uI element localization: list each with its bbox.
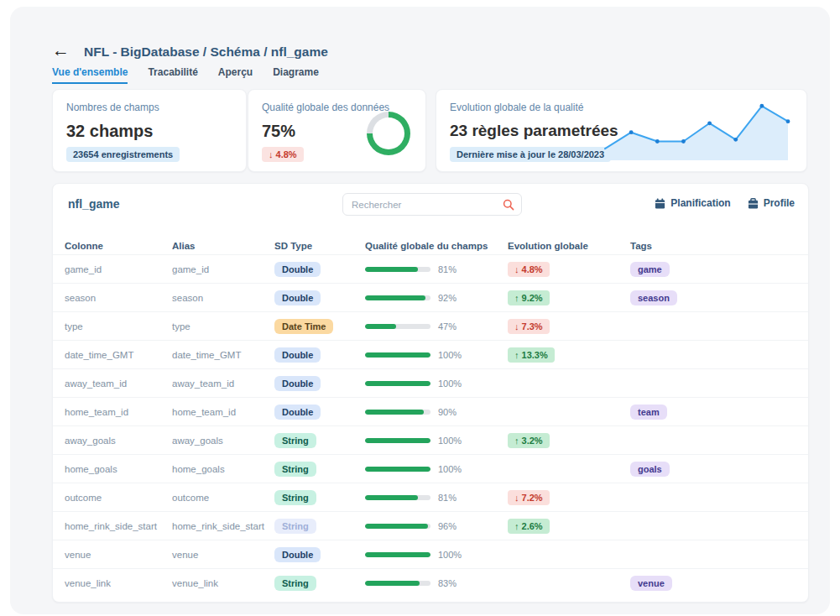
table-body: game_id game_id Double 81% ↓ 4.8% game s…	[53, 254, 808, 597]
cell-quality: 96%	[365, 521, 508, 531]
cell-colonne: away_goals	[65, 436, 172, 446]
progress-fill	[365, 324, 396, 329]
tab-apercu[interactable]: Aperçu	[218, 66, 253, 84]
progress-bar	[365, 410, 430, 415]
cell-alias: away_team_id	[172, 378, 274, 389]
cell-alias: away_goals	[172, 436, 274, 446]
search-icon[interactable]	[503, 199, 514, 211]
sd-type-badge: Date Time	[274, 319, 333, 334]
progress-value: 100%	[438, 436, 462, 446]
table-row[interactable]: away_goals away_goals String 100% ↑ 3.2%	[53, 425, 808, 454]
table-row[interactable]: venue_link venue_link String 83% venue	[53, 568, 808, 597]
cell-alias: game_id	[172, 264, 274, 274]
table-row[interactable]: outcome outcome String 81% ↓ 7.2%	[53, 483, 808, 511]
back-icon[interactable]: ←	[52, 40, 70, 60]
progress-value: 96%	[438, 521, 457, 531]
tab-vue-densemble[interactable]: Vue d'ensemble	[52, 66, 128, 84]
evolution-badge: ↑ 3.2%	[508, 433, 550, 448]
col-header-sd-type: SD Type	[274, 241, 365, 251]
rules-count-value: 23 règles parametrées	[450, 122, 618, 140]
progress-fill	[365, 410, 424, 415]
sd-type-badge: String	[274, 462, 316, 477]
cell-alias: home_goals	[172, 464, 274, 474]
progress-fill	[365, 581, 420, 586]
quality-sparkline-chart	[597, 97, 798, 165]
schema-table-card: nfl_game Planification	[52, 183, 809, 603]
profile-label: Profile	[764, 197, 795, 209]
progress-value: 83%	[438, 578, 457, 588]
cell-colonne: venue	[65, 550, 172, 560]
card-title: Qualité globale des données	[262, 102, 389, 113]
progress-bar	[365, 552, 430, 557]
progress-bar	[365, 324, 430, 329]
table-header-row: Colonne Alias SD Type Qualité globale du…	[53, 238, 808, 254]
progress-value: 100%	[438, 350, 462, 360]
breadcrumb-current: nfl_game	[271, 44, 328, 59]
tag-badge: goals	[630, 462, 670, 477]
cell-quality: 92%	[365, 293, 508, 303]
table-row[interactable]: type type Date Time 47% ↓ 7.3%	[53, 311, 808, 340]
table-title: nfl_game	[68, 197, 119, 211]
quality-delta-value: 4.8%	[276, 149, 297, 159]
col-header-alias: Alias	[172, 241, 274, 251]
progress-bar	[365, 581, 430, 586]
tab-bar: Vue d'ensemble Tracabilité Aperçu Diagra…	[52, 66, 319, 84]
progress-bar	[365, 467, 430, 472]
table-row[interactable]: home_goals home_goals String 100% goals	[53, 454, 808, 483]
table-row[interactable]: date_time_GMT date_time_GMT Double 100% …	[53, 340, 808, 368]
briefcase-icon	[748, 198, 759, 209]
table-row[interactable]: venue venue Double 100%	[53, 540, 808, 568]
progress-bar	[365, 352, 430, 358]
cell-alias: home_team_id	[172, 407, 274, 417]
cell-quality: 90%	[365, 407, 508, 417]
card-title: Evolution globale de la qualité	[450, 102, 583, 113]
progress-fill	[365, 524, 428, 529]
tab-diagrame[interactable]: Diagrame	[273, 66, 319, 84]
tag-badge: team	[630, 405, 667, 420]
tab-tracabilite[interactable]: Tracabilité	[148, 66, 197, 84]
sd-type-badge: String	[274, 490, 316, 505]
table-row[interactable]: home_rink_side_start home_rink_side_star…	[53, 511, 808, 540]
progress-bar	[365, 438, 430, 443]
cell-alias: date_time_GMT	[172, 350, 274, 360]
cell-alias: type	[172, 321, 274, 331]
progress-bar	[365, 495, 430, 500]
progress-value: 100%	[438, 378, 462, 389]
fields-count-card: Nombres de champs 32 champs 23654 enregi…	[52, 89, 247, 172]
table-row[interactable]: away_team_id away_team_id Double 100%	[53, 368, 808, 397]
evolution-badge: ↑ 2.6%	[508, 519, 550, 534]
progress-bar	[365, 295, 430, 300]
tag-badge: venue	[630, 576, 672, 591]
cell-alias: venue	[172, 550, 274, 560]
profile-button[interactable]: Profile	[748, 197, 795, 209]
planification-button[interactable]: Planification	[655, 197, 730, 209]
sd-type-badge: Double	[274, 262, 321, 277]
cell-colonne: away_team_id	[65, 378, 172, 389]
progress-fill	[365, 495, 418, 500]
progress-value: 81%	[438, 493, 457, 503]
progress-bar	[365, 524, 430, 529]
sd-type-badge: String	[274, 433, 316, 448]
planification-label: Planification	[670, 197, 730, 209]
table-row[interactable]: home_team_id home_team_id Double 90% tea…	[53, 397, 808, 425]
cell-quality: 100%	[365, 550, 508, 560]
table-row[interactable]: season season Double 92% ↑ 9.2% season	[53, 283, 808, 311]
cell-quality: 100%	[365, 436, 508, 446]
table-row[interactable]: game_id game_id Double 81% ↓ 4.8% game	[53, 254, 808, 283]
tag-badge: season	[630, 290, 677, 305]
screen: ← NFL - BigDatabase / Schéma / nfl_game …	[0, 0, 840, 616]
cell-quality: 81%	[365, 264, 508, 274]
cell-colonne: home_team_id	[65, 407, 172, 417]
cell-alias: venue_link	[172, 578, 274, 588]
cell-quality: 100%	[365, 378, 508, 389]
evolution-badge: ↓ 7.2%	[508, 490, 550, 505]
progress-value: 81%	[438, 264, 457, 274]
breadcrumb: NFL - BigDatabase / Schéma / nfl_game	[84, 44, 328, 60]
records-count-badge: 23654 enregistrements	[66, 147, 180, 162]
progress-bar	[365, 381, 430, 386]
sd-type-badge: String	[274, 519, 316, 534]
sd-type-badge: Double	[274, 405, 321, 420]
cell-colonne: home_goals	[65, 464, 172, 474]
search-input[interactable]	[342, 193, 522, 216]
table-actions: Planification Profile	[655, 197, 795, 209]
